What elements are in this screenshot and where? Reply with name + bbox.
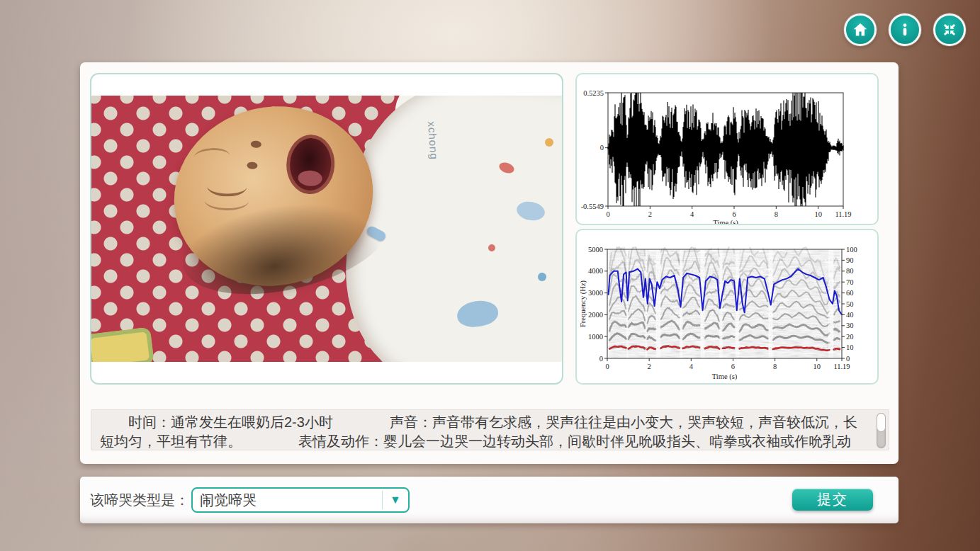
submit-button[interactable]: 提交	[792, 489, 873, 511]
description-box: 时间：通常发生在喂奶后2-3小时 声音：声音带有乞求感，哭声往往是由小变大，哭声…	[91, 409, 889, 450]
clothes-dot-print	[545, 138, 553, 147]
spectrogram-panel: 0100020003000400050000102030405060708090…	[575, 229, 879, 385]
svg-text:-0.5549: -0.5549	[581, 203, 604, 210]
chevron-down-icon: ▼	[383, 494, 408, 506]
svg-text:Time (s): Time (s)	[713, 219, 738, 224]
baby-video-frame: xchong	[91, 96, 562, 362]
svg-text:20: 20	[846, 333, 854, 341]
svg-text:60: 60	[846, 289, 854, 297]
svg-text:1000: 1000	[588, 333, 603, 341]
svg-text:40: 40	[846, 311, 854, 319]
clothes-dot-print	[538, 273, 546, 281]
description-scrollbar[interactable]	[877, 413, 886, 448]
clothes-dot-print	[488, 244, 495, 251]
svg-text:Time (s): Time (s)	[712, 373, 738, 381]
main-panel: xchong 0.52350-0.5549024681011.19Time (s…	[80, 62, 899, 464]
svg-text:100: 100	[846, 246, 857, 254]
svg-text:4: 4	[689, 363, 694, 370]
svg-text:8: 8	[775, 210, 778, 218]
svg-text:10: 10	[813, 363, 821, 370]
video-panel: xchong	[90, 73, 563, 385]
svg-text:0: 0	[600, 144, 604, 152]
cry-type-dropdown[interactable]: 闹觉啼哭 ▼	[191, 487, 410, 513]
svg-text:11.19: 11.19	[835, 210, 851, 218]
svg-text:0: 0	[605, 363, 609, 370]
svg-text:2000: 2000	[588, 311, 603, 319]
svg-text:30: 30	[846, 322, 854, 329]
svg-text:5000: 5000	[588, 246, 603, 254]
svg-text:0: 0	[846, 355, 850, 363]
svg-text:50: 50	[846, 300, 854, 308]
dropdown-selected-value: 闹觉啼哭	[193, 491, 382, 510]
spectrogram-chart: 0100020003000400050000102030405060708090…	[577, 230, 877, 383]
svg-text:2: 2	[648, 363, 651, 370]
description-text: 时间：通常发生在喂奶后2-3小时 声音：声音带有乞求感，哭声往往是由小变大，哭声…	[91, 410, 889, 450]
waveform-chart: 0.52350-0.5549024681011.19Time (s)	[577, 74, 877, 224]
svg-text:90: 90	[846, 256, 854, 264]
toy-shape	[91, 327, 154, 362]
svg-text:10: 10	[814, 210, 822, 218]
svg-text:4000: 4000	[588, 267, 603, 275]
svg-text:8: 8	[773, 363, 777, 370]
svg-text:4: 4	[690, 210, 694, 218]
waveform-panel: 0.52350-0.5549024681011.19Time (s)	[575, 73, 879, 225]
window-controls	[844, 13, 966, 46]
question-label: 该啼哭类型是：	[90, 477, 189, 523]
home-button[interactable]	[844, 13, 877, 46]
info-button[interactable]	[889, 13, 921, 46]
info-icon	[896, 21, 913, 38]
svg-text:0: 0	[599, 355, 603, 363]
svg-text:2: 2	[648, 210, 652, 218]
collapse-icon	[941, 21, 958, 38]
svg-text:0: 0	[606, 210, 609, 218]
svg-text:Frequency (Hz): Frequency (Hz)	[579, 280, 587, 327]
svg-text:6: 6	[731, 363, 735, 370]
svg-text:0.5235: 0.5235	[583, 89, 604, 97]
home-icon	[852, 21, 869, 38]
scrollbar-thumb[interactable]	[877, 413, 886, 432]
svg-text:70: 70	[846, 278, 854, 286]
svg-text:6: 6	[732, 210, 736, 218]
svg-text:3000: 3000	[588, 289, 603, 297]
collapse-button[interactable]	[933, 13, 966, 46]
svg-text:80: 80	[846, 267, 854, 275]
svg-text:11.19: 11.19	[833, 363, 850, 370]
svg-text:10: 10	[846, 343, 854, 351]
answer-bar: 该啼哭类型是： 闹觉啼哭 ▼ 提交	[80, 477, 899, 523]
